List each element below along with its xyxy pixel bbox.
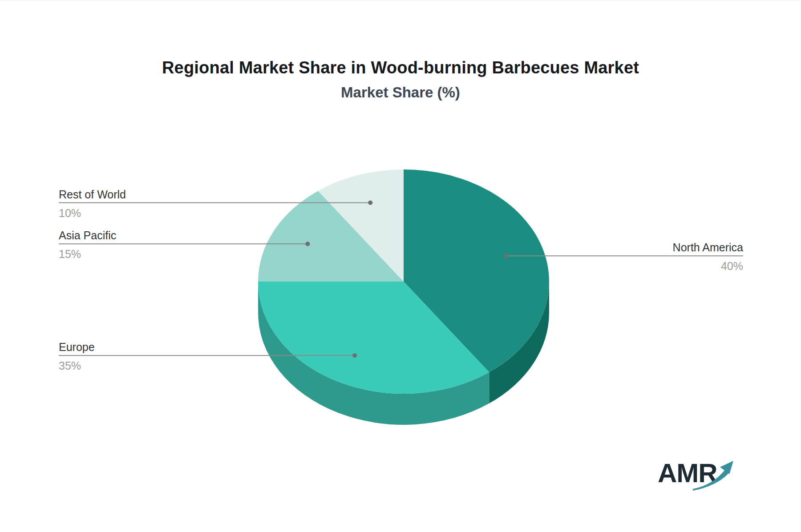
leader-dot-rest-of-world <box>368 201 372 205</box>
leader-dot-asia-pacific <box>305 242 310 246</box>
leader-dot-north-america <box>504 254 508 258</box>
amr-logo: AMR <box>658 458 747 498</box>
chart-canvas: Regional Market Share in Wood-burning Ba… <box>0 0 801 532</box>
amr-logo-arrow-icon <box>692 459 734 492</box>
pie-chart <box>0 0 801 532</box>
leader-dot-europe <box>352 353 357 358</box>
